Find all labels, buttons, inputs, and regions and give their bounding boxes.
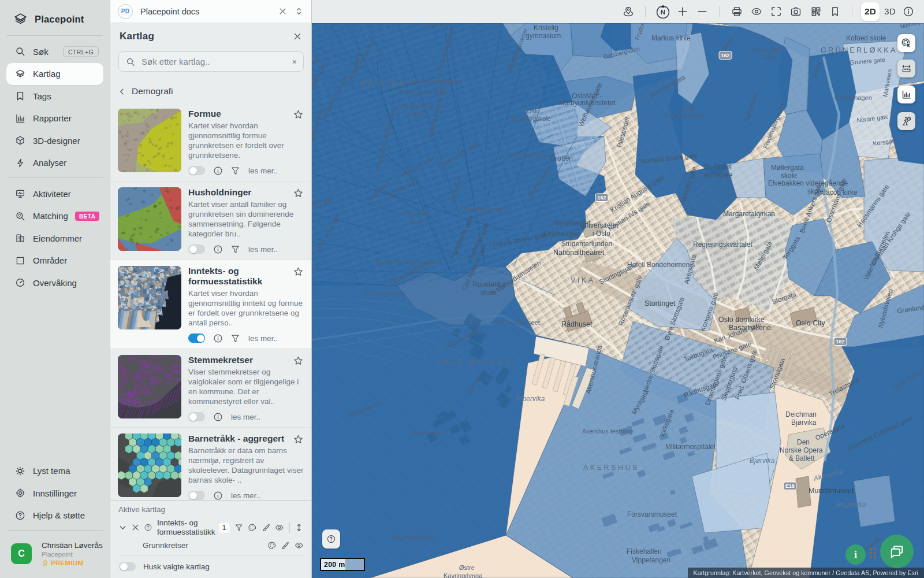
app-logo[interactable]: Placepoint — [0, 0, 110, 27]
sidebar-nav-mid: Aktiviteter Matching BETA Eiendommer Omr… — [0, 183, 110, 294]
map-label: Nationaltheatret — [553, 249, 605, 257]
favorite-star-icon[interactable] — [293, 188, 304, 199]
sidebar-item[interactable]: Innstillinger — [0, 482, 110, 505]
read-more-link[interactable]: les mer.. — [231, 413, 260, 421]
info-fab-button[interactable]: i — [845, 544, 866, 565]
layer-card[interactable]: Husholdninger Kartet viser antall famili… — [110, 181, 311, 260]
sidebar-item[interactable]: Overvåking — [0, 272, 110, 294]
sidebar-item[interactable]: Tags — [0, 85, 110, 108]
map-label: Uranienborgparken — [407, 78, 461, 85]
sidebar-item[interactable]: Analyser — [0, 152, 110, 175]
info-icon[interactable] — [213, 166, 223, 176]
sidebar-item[interactable]: Rapporter — [0, 108, 110, 130]
layer-toggle[interactable] — [188, 491, 205, 500]
chat-fab-button[interactable] — [880, 535, 914, 568]
favorite-star-icon[interactable] — [293, 434, 304, 445]
layer-card[interactable]: Stemmekretser Viser stemmekretser og val… — [110, 349, 311, 428]
chevron-left-icon — [118, 88, 126, 95]
view-2d-button[interactable]: 2D — [861, 2, 880, 21]
read-more-link[interactable]: les mer.. — [248, 334, 278, 343]
map-label: Møllergata — [771, 164, 804, 172]
layer-toggle[interactable] — [188, 334, 205, 343]
bookmark-icon[interactable] — [829, 6, 841, 17]
filter-icon[interactable] — [234, 523, 244, 532]
layer-thumbnail — [118, 187, 181, 251]
sidebar-item[interactable]: Matching BETA — [0, 205, 110, 228]
map-legend-icon[interactable] — [623, 6, 634, 17]
user-card[interactable]: C Christian Løverås Placepoint PREMIUM — [0, 535, 110, 575]
layer-thumbnail — [118, 433, 181, 497]
favorite-star-icon[interactable] — [293, 109, 304, 120]
layer-help-icon[interactable] — [144, 523, 152, 532]
map-label: domkirke — [705, 171, 733, 179]
visibility-icon[interactable] — [295, 541, 304, 550]
visibility-icon[interactable] — [751, 6, 762, 17]
drag-handle-dots[interactable] — [870, 548, 877, 558]
zoom-in-icon[interactable] — [677, 6, 688, 17]
layer-toggle[interactable] — [188, 166, 205, 175]
read-more-link[interactable]: les mer.. — [248, 245, 278, 254]
travel-time-tool-button[interactable] — [897, 112, 915, 130]
sidebar-item[interactable]: Eiendommer — [0, 227, 110, 250]
layer-card[interactable]: Inntekts- og formuesstatistikk Kartet vi… — [110, 260, 311, 349]
sidebar-item[interactable]: Lyst tema — [0, 460, 110, 483]
search-clear-icon[interactable]: × — [292, 57, 297, 66]
select-tool-button[interactable] — [897, 34, 915, 52]
sidebar-item[interactable]: Kartlag — [6, 63, 103, 86]
print-icon[interactable] — [731, 6, 743, 17]
cursorsel-icon — [901, 38, 912, 49]
collapse-chevron-icon[interactable] — [118, 523, 127, 532]
sidebar-item[interactable]: Områder — [0, 250, 110, 272]
workspace-expand-icon[interactable] — [295, 7, 303, 16]
favorite-star-icon[interactable] — [293, 266, 304, 277]
map-label: skole — [781, 172, 797, 180]
fullscreen-icon[interactable] — [770, 6, 782, 17]
info-icon[interactable] — [213, 491, 223, 500]
layer-card[interactable]: Barnetråkk - aggregert Barnetråkk er dat… — [110, 428, 311, 500]
filter-icon[interactable] — [230, 244, 240, 254]
map-label: Fiskehallen — [627, 547, 662, 555]
brush-icon[interactable] — [262, 523, 271, 532]
workspace-close-icon[interactable] — [278, 7, 287, 16]
qr-code-icon[interactable] — [810, 6, 822, 17]
filter-icon[interactable] — [230, 334, 240, 343]
map-help-button[interactable] — [322, 529, 340, 549]
read-more-link[interactable]: les mer.. — [231, 491, 260, 500]
reorder-icon[interactable] — [295, 523, 304, 532]
question-icon — [326, 534, 336, 544]
map-canvas[interactable]: Professor Dahls gateBRISKEBYBriskebyveie… — [312, 23, 924, 578]
chart-tool-button[interactable] — [897, 86, 915, 103]
palette-icon[interactable] — [267, 541, 277, 550]
map-info-icon[interactable] — [903, 6, 914, 17]
breadcrumb-back[interactable]: Demografi — [118, 86, 302, 97]
filter-icon[interactable] — [230, 166, 240, 176]
screenshot-icon[interactable] — [790, 6, 802, 17]
map-label: Bispevika — [836, 501, 866, 509]
info-icon[interactable] — [213, 334, 223, 343]
compass-north-icon[interactable]: N — [655, 4, 671, 20]
layer-card[interactable]: Formue Kartet viser hvordan gjennomsnitt… — [110, 103, 311, 181]
sidebar-item[interactable]: 3D-designer — [0, 129, 110, 152]
brush-icon[interactable] — [281, 541, 290, 550]
view-3d-button[interactable]: 3D — [881, 2, 899, 21]
panel-close-icon[interactable] — [293, 32, 302, 41]
map-area[interactable]: Professor Dahls gateBRISKEBYBriskebyveie… — [312, 0, 924, 578]
sidebar-item[interactable]: Hjelp & støtte — [0, 505, 110, 527]
info-icon[interactable] — [213, 412, 223, 422]
info-icon[interactable] — [213, 244, 223, 254]
favorite-star-icon[interactable] — [293, 355, 304, 366]
zoom-out-icon[interactable] — [696, 6, 708, 17]
read-more-link[interactable]: les mer.. — [248, 166, 278, 175]
remember-toggle[interactable] — [119, 562, 136, 571]
visibility-icon[interactable] — [275, 523, 284, 532]
measure-tool-button[interactable] — [897, 60, 915, 77]
layer-toggle[interactable] — [188, 412, 205, 421]
remove-layer-icon[interactable] — [131, 523, 140, 532]
palette-icon[interactable] — [248, 523, 257, 532]
chart-icon — [901, 89, 912, 100]
layer-toggle[interactable] — [188, 244, 205, 254]
layer-search-input[interactable]: Søk etter kartlag.. × — [118, 51, 304, 72]
sidebar-item[interactable]: Søk CTRL+G — [0, 40, 110, 63]
road-shield: E18 — [784, 482, 796, 490]
sidebar-item[interactable]: Aktiviteter — [0, 183, 110, 205]
